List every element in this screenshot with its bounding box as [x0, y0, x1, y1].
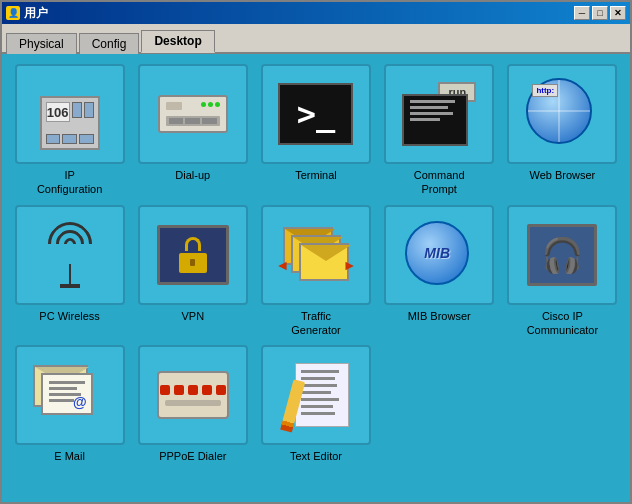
- app-icon-ip-config: 106: [15, 64, 125, 164]
- app-pc-wireless[interactable]: PC Wireless: [12, 205, 127, 338]
- app-icon-pppoe: [138, 345, 248, 445]
- app-terminal[interactable]: >_ Terminal: [258, 64, 373, 197]
- maximize-button[interactable]: □: [592, 6, 608, 20]
- app-icon-mib-browser: MIB: [384, 205, 494, 305]
- tab-bar: Physical Config Desktop: [2, 24, 630, 54]
- tab-desktop[interactable]: Desktop: [141, 30, 214, 53]
- title-bar: 👤 用户 ─ □ ✕: [2, 2, 630, 24]
- app-dialup[interactable]: Dial-up: [135, 64, 250, 197]
- app-label-cisco-ip: Cisco IP Communicator: [527, 309, 599, 338]
- app-email[interactable]: @ E Mail: [12, 345, 127, 463]
- app-label-terminal: Terminal: [295, 168, 337, 182]
- app-icon-dialup: [138, 64, 248, 164]
- app-label-traffic-gen: Traffic Generator: [291, 309, 341, 338]
- title-bar-buttons: ─ □ ✕: [574, 6, 626, 20]
- app-icon-vpn: [138, 205, 248, 305]
- app-label-dialup: Dial-up: [175, 168, 210, 182]
- main-window: 👤 用户 ─ □ ✕ Physical Config Desktop 106: [0, 0, 632, 504]
- app-cmd-prompt[interactable]: run Command Prompt: [382, 64, 497, 197]
- tab-physical[interactable]: Physical: [6, 33, 77, 54]
- title-bar-title: 👤 用户: [6, 5, 48, 22]
- app-mib-browser[interactable]: MIB MIB Browser: [382, 205, 497, 338]
- app-label-mib-browser: MIB Browser: [408, 309, 471, 323]
- app-label-vpn: VPN: [181, 309, 204, 323]
- app-icon-text-editor: [261, 345, 371, 445]
- close-button[interactable]: ✕: [610, 6, 626, 20]
- app-icon-email: @: [15, 345, 125, 445]
- app-label-pc-wireless: PC Wireless: [39, 309, 100, 323]
- app-label-pppoe: PPPoE Dialer: [159, 449, 226, 463]
- minimize-button[interactable]: ─: [574, 6, 590, 20]
- app-text-editor[interactable]: Text Editor: [258, 345, 373, 463]
- app-icon-cisco-ip: 🎧: [507, 205, 617, 305]
- app-label-ip-config: IP Configuration: [37, 168, 102, 197]
- window-title: 用户: [24, 5, 48, 22]
- app-icon-terminal: >_: [261, 64, 371, 164]
- app-cisco-ip[interactable]: 🎧 Cisco IP Communicator: [505, 205, 620, 338]
- app-web-browser[interactable]: http: Web Browser: [505, 64, 620, 197]
- app-icon-pc-wireless: [15, 205, 125, 305]
- app-ip-config[interactable]: 106 IP Configuration: [12, 64, 127, 197]
- app-icon-cmd-prompt: run: [384, 64, 494, 164]
- app-label-web-browser: Web Browser: [529, 168, 595, 182]
- app-vpn[interactable]: VPN: [135, 205, 250, 338]
- desktop-content: 106 IP Configuration: [2, 54, 630, 502]
- app-pppoe[interactable]: PPPoE Dialer: [135, 345, 250, 463]
- app-traffic-gen[interactable]: ◄ ► Traffic Generator: [258, 205, 373, 338]
- app-icon-traffic-gen: ◄ ►: [261, 205, 371, 305]
- app-label-email: E Mail: [54, 449, 85, 463]
- app-label-text-editor: Text Editor: [290, 449, 342, 463]
- tab-config[interactable]: Config: [79, 33, 140, 54]
- app-icon-web-browser: http:: [507, 64, 617, 164]
- app-label-cmd-prompt: Command Prompt: [414, 168, 465, 197]
- window-icon: 👤: [6, 6, 20, 20]
